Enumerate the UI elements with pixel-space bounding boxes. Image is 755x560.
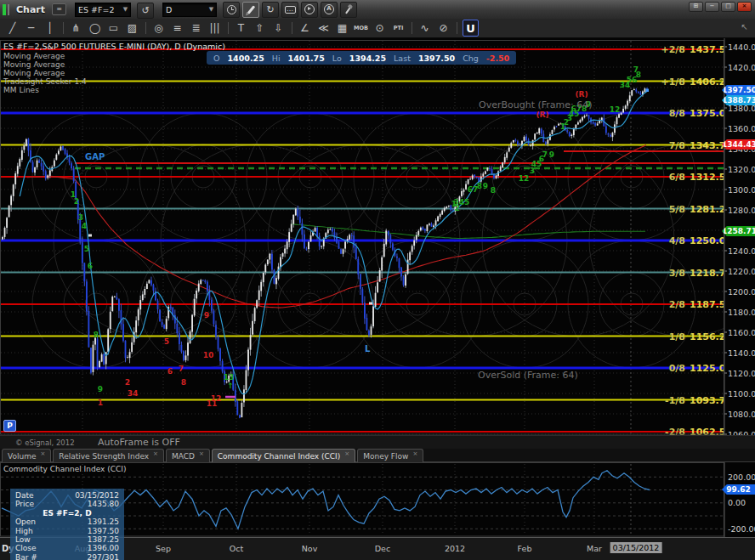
- toolbar-divider: [412, 22, 412, 34]
- pti-tool[interactable]: PTI: [391, 20, 406, 36]
- svg-text:1180.00: 1180.00: [728, 308, 755, 317]
- auto-button[interactable]: A: [321, 2, 338, 18]
- mm-circles-tool[interactable]: ◎: [151, 20, 166, 36]
- svg-text:8/8: 8/8: [669, 108, 685, 119]
- fast-ma-tag[interactable]: 1388.73: [722, 95, 755, 105]
- slow-ma-tag[interactable]: 1344.43: [722, 139, 755, 150]
- eraser-tool[interactable]: ⊘: [436, 20, 451, 36]
- data-window-title: ES #F=2, D: [10, 509, 124, 518]
- auto-icon: A: [324, 4, 334, 14]
- long-ma-tag[interactable]: 1258.71: [722, 226, 755, 236]
- seeker-count-annotations: 1234568912345678910111213↑12345678981234…: [71, 65, 641, 408]
- symbol-combo[interactable]: ES #F=2 ▼: [75, 3, 131, 17]
- symbol-search-button[interactable]: ↺: [137, 3, 154, 19]
- data-window[interactable]: Date03/15/2012Price1435.80ES #F=2, DOpen…: [10, 489, 124, 560]
- svg-text:3/8: 3/8: [669, 268, 685, 279]
- pointer-icon[interactable]: ↖: [741, 22, 748, 31]
- hatch-channel-tool[interactable]: ▨: [125, 20, 139, 36]
- svg-text:1320.00: 1320.00: [728, 165, 755, 174]
- fib-levels-tool[interactable]: ≣: [189, 20, 203, 36]
- zigzag-tool[interactable]: ∿: [417, 20, 432, 36]
- arrow-up-tool[interactable]: ⇧: [253, 20, 267, 36]
- chart-menu-badge-icon[interactable]: ≡: [52, 3, 66, 15]
- reload-button[interactable]: ↻: [262, 2, 279, 18]
- tab-commodity-channel-index-cci[interactable]: Commodity Channel Index (CCI)×: [212, 449, 355, 462]
- svg-text:1093.75: 1093.75: [690, 395, 732, 406]
- svg-text:1187.50: 1187.50: [690, 299, 732, 310]
- svg-text:5/8: 5/8: [669, 204, 685, 215]
- maximize-button[interactable]: □: [721, 2, 735, 12]
- svg-text:1160.00: 1160.00: [728, 328, 755, 337]
- interval-combo-value: D: [166, 5, 172, 14]
- svg-text:1080.00: 1080.00: [728, 410, 755, 419]
- pitchfork-tool[interactable]: ⋔: [69, 20, 83, 36]
- text-tool[interactable]: T: [234, 20, 248, 36]
- interval-combo[interactable]: D ▼: [162, 3, 217, 17]
- svg-text:1140.00: 1140.00: [728, 348, 755, 358]
- minimize-button[interactable]: −: [705, 2, 719, 12]
- svg-text:2: 2: [74, 197, 79, 206]
- close-button[interactable]: ×: [737, 2, 752, 12]
- ellipse-tool[interactable]: ◯: [88, 20, 102, 36]
- cci-value-tag[interactable]: 99.62: [722, 484, 755, 495]
- svg-text:7: 7: [179, 365, 184, 373]
- horizontal-line-tool[interactable]: ─: [24, 20, 38, 36]
- ohlc-label: Hi: [272, 54, 281, 63]
- toolbar-divider: [228, 22, 229, 34]
- gap-lines[interactable]: [75, 151, 724, 168]
- svg-text:+1/8: +1/8: [661, 76, 685, 88]
- fib-time-zones-tool[interactable]: |||: [207, 20, 222, 36]
- play-button[interactable]: [301, 2, 318, 18]
- svg-text:10: 10: [203, 351, 214, 359]
- mob-tool[interactable]: MOB: [354, 20, 368, 36]
- gann-fan-tool[interactable]: ≪: [316, 20, 331, 36]
- ink-annotate-icon: [345, 5, 352, 14]
- svg-text:(R): (R): [536, 110, 548, 119]
- svg-text:12: 12: [610, 105, 621, 114]
- ohlc-label: Chg: [463, 54, 479, 63]
- toolbar-divider: [63, 22, 64, 34]
- svg-text:1312.50: 1312.50: [690, 172, 732, 183]
- grid-tool[interactable]: ▦: [335, 20, 349, 36]
- regression-tool[interactable]: ∠: [298, 20, 312, 36]
- price-chart-plot[interactable]: 1440.001420.001400.001380.001360.001340.…: [0, 38, 755, 435]
- tab-close-icon[interactable]: ×: [40, 450, 45, 457]
- data-window-row: Low1387.25: [15, 535, 119, 544]
- svg-text:1220.00: 1220.00: [728, 267, 755, 276]
- float-button[interactable]: ⊞: [689, 2, 703, 12]
- svg-text:1/8: 1/8: [669, 331, 685, 342]
- svg-text:9: 9: [483, 182, 488, 190]
- svg-text:12: 12: [519, 174, 530, 183]
- data-window-row: Bar #297/301: [15, 553, 119, 560]
- tab-relative-strength-index[interactable]: Relative Strength Index×: [53, 449, 164, 462]
- tab-close-icon[interactable]: ×: [344, 450, 349, 457]
- svg-text:345: 345: [454, 198, 470, 206]
- indicator-tabs: Volume×Relative Strength Index×MACD×Comm…: [0, 449, 755, 462]
- ink-annotate-button[interactable]: [340, 2, 357, 18]
- fib-retracement-tool[interactable]: ≡: [170, 20, 184, 36]
- last-price-tag[interactable]: 1397.50: [722, 85, 755, 95]
- toolbar-divider: [145, 22, 146, 34]
- interval-clock-button[interactable]: [223, 2, 240, 18]
- trendline-tool[interactable]: ╱: [5, 20, 20, 36]
- svg-text:+2/8: +2/8: [661, 44, 685, 55]
- chevron-down-icon: ▼: [209, 6, 213, 13]
- tab-money-flow[interactable]: Money Flow×: [357, 449, 423, 462]
- quote-note-button[interactable]: …: [281, 2, 298, 18]
- page-p-button[interactable]: P: [3, 420, 16, 432]
- draw-pencil-button[interactable]: [242, 2, 259, 18]
- svg-text:0/8: 0/8: [669, 363, 685, 374]
- tab-macd[interactable]: MACD×: [166, 449, 210, 462]
- unlock-tool[interactable]: U: [463, 20, 479, 37]
- tab-close-icon[interactable]: ×: [199, 450, 204, 457]
- svg-text:3: 3: [78, 213, 83, 222]
- ohlc-info-bar: O1400.25Hi1401.75Lo1394.25Last1397.50Chg…: [207, 51, 516, 65]
- tab-volume[interactable]: Volume×: [2, 449, 51, 462]
- cycle-tool[interactable]: ⊙: [372, 20, 387, 36]
- ohlc-label: Lo: [332, 54, 342, 63]
- rectangle-tool[interactable]: ▭: [106, 20, 121, 36]
- vertical-line-tool[interactable]: │: [43, 20, 57, 36]
- tab-close-icon[interactable]: ×: [412, 450, 417, 457]
- tab-close-icon[interactable]: ×: [153, 450, 158, 457]
- arrow-down-tool[interactable]: ⇩: [271, 20, 286, 36]
